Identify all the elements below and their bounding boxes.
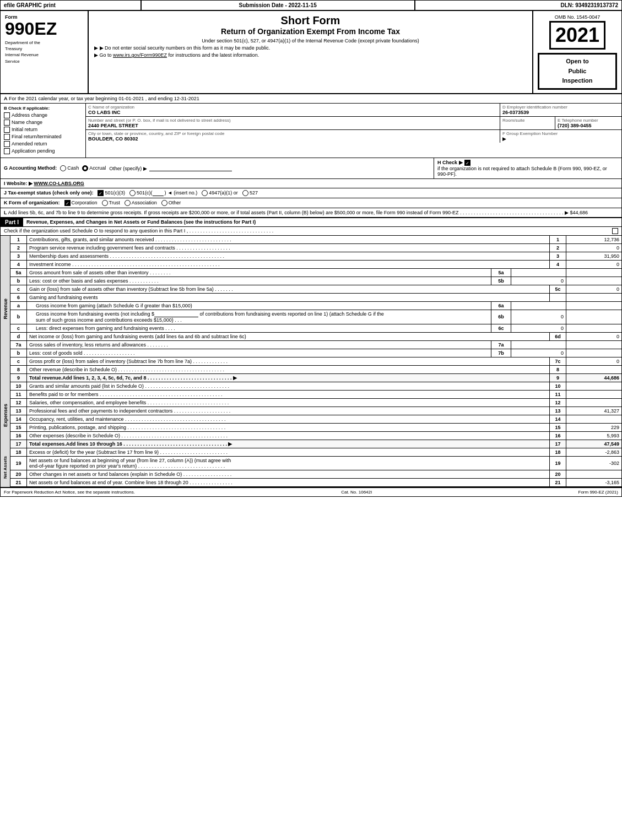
row6a-desc: Gross income from gaming (attach Schedul…	[27, 302, 491, 310]
check-address-change[interactable]: Address change	[4, 112, 82, 118]
row8-linenum: 8	[550, 366, 566, 373]
row1-desc: Contributions, gifts, grants, and simila…	[27, 236, 550, 243]
row1-num: 1	[10, 236, 27, 243]
row7b-box-val: 0	[511, 349, 566, 357]
row20-value	[566, 470, 621, 478]
row20-num: 20	[10, 470, 27, 478]
row17-num: 17	[10, 440, 27, 448]
form-org-row: K Form of organization: ✓ Corporation Tr…	[1, 198, 621, 208]
open-public-box: Open toPublicInspection	[538, 53, 617, 90]
row7b-num: b	[10, 349, 27, 357]
accrual-option[interactable]: Accrual	[82, 165, 106, 171]
row15-num: 15	[10, 424, 27, 431]
row7b-box-label: 7b	[491, 349, 511, 357]
form-number-block: Form 990EZ Department of the Treasury In…	[1, 11, 89, 93]
f-value: ▶	[502, 136, 619, 142]
form-title-block: Short Form Return of Organization Exempt…	[89, 11, 533, 93]
row7a-box-label: 7a	[491, 341, 511, 349]
row5c-desc: Gain or (loss) from sale of assets other…	[27, 285, 550, 293]
row7a-box-val	[511, 341, 566, 349]
row11-num: 11	[10, 391, 27, 398]
short-form-title: Short Form	[94, 14, 527, 27]
row6b-num: b	[10, 310, 27, 324]
row6b-box-label: 6b	[491, 310, 511, 324]
row18-num: 18	[10, 448, 27, 456]
row6d-num: d	[10, 333, 27, 340]
check-applicable-label: B Check if applicable:	[4, 106, 82, 111]
row6a-final	[566, 302, 621, 310]
row5c-num: c	[10, 285, 27, 293]
row7b-final	[566, 349, 621, 357]
return-title: Return of Organization Exempt From Incom…	[94, 27, 527, 36]
row6b-desc: Gross income from fundraising events (no…	[27, 310, 491, 324]
row4-linenum: 4	[550, 261, 566, 268]
row4-value: 0	[566, 261, 621, 268]
d-label: D Employer identification number	[502, 105, 619, 110]
omb-number: OMB No. 1545-0047	[538, 14, 617, 20]
row7c-num: c	[10, 357, 27, 365]
footer-right: Form 990-EZ (2021)	[578, 490, 618, 495]
check-name-change[interactable]: Name change	[4, 120, 82, 126]
org-association[interactable]: Association	[125, 200, 157, 206]
tax-527[interactable]: 527	[242, 190, 258, 196]
row21-value: -3,165	[566, 479, 621, 486]
row5c-linenum: 5c	[550, 285, 566, 293]
city-value: BOULDER, CO 80302	[88, 136, 497, 142]
row10-linenum: 10	[550, 382, 566, 390]
row14-desc: Occupancy, rent, utilities, and maintena…	[27, 415, 550, 423]
check-application-pending[interactable]: Application pending	[4, 148, 82, 154]
row7c-desc: Gross profit or (loss) from sales of inv…	[27, 357, 550, 365]
row11-linenum: 11	[550, 391, 566, 398]
row9-num: 9	[10, 374, 27, 382]
tax-501c[interactable]: 501(c)( ) ◄ (insert no.)	[129, 190, 197, 196]
org-corporation[interactable]: ✓ Corporation	[64, 200, 98, 206]
room-label: Room/suite	[502, 118, 553, 123]
footer: For Paperwork Reduction Act Notice, see …	[1, 487, 621, 496]
city-label: City or town, state or province, country…	[88, 131, 497, 136]
org-trust[interactable]: Trust	[102, 200, 120, 206]
tax-4947[interactable]: 4947(a)(1) or	[202, 190, 238, 196]
row1-linenum: 1	[550, 236, 566, 243]
row19-linenum: 19	[550, 457, 566, 470]
c-label: C Name of organization	[88, 105, 497, 110]
row9-desc: Total revenue. Add lines 1, 2, 3, 4, 5c,…	[27, 374, 550, 382]
row12-desc: Salaries, other compensation, and employ…	[27, 399, 550, 407]
row4-desc: Investment income . . . . . . . . . . . …	[27, 261, 550, 268]
row5a-box-label: 5a	[491, 269, 511, 277]
row20-linenum: 20	[550, 470, 566, 478]
check-initial-return[interactable]: Initial return	[4, 127, 82, 133]
form-number: 990EZ	[5, 20, 83, 37]
row11-desc: Benefits paid to or for members . . . . …	[27, 391, 550, 398]
ein-value: 26-0373539	[502, 110, 619, 115]
row2-num: 2	[10, 244, 27, 252]
tax-501c3[interactable]: ✓ 501(c)(3)	[98, 190, 125, 196]
row18-value: -2,863	[566, 448, 621, 456]
footer-mid: Cat. No. 10642I	[341, 490, 372, 495]
row14-linenum: 14	[550, 415, 566, 423]
website-row: I Website: ▶ WWW.CO-LABS.ORG	[1, 179, 621, 188]
row11-value	[566, 391, 621, 398]
row10-value	[566, 382, 621, 390]
check-amended-return[interactable]: Amended return	[4, 141, 82, 147]
org-other[interactable]: Other	[161, 200, 181, 206]
other-option: Other (specify) ▶	[109, 165, 232, 171]
row18-desc: Excess or (deficit) for the year (Subtra…	[27, 448, 550, 456]
top-bar-right: DLN: 93492319137372	[415, 1, 621, 10]
footer-left: For Paperwork Reduction Act Notice, see …	[4, 490, 135, 495]
org-name: CO LABS INC	[88, 110, 497, 115]
row5a-box-val	[511, 269, 566, 277]
check-final-return[interactable]: Final return/terminated	[4, 134, 82, 140]
row9-value: 44,686	[566, 374, 621, 382]
row6-desc: Gaming and fundraising events	[27, 294, 550, 301]
row7c-linenum: 7c	[550, 357, 566, 365]
row18-linenum: 18	[550, 448, 566, 456]
row17-desc: Total expenses. Add lines 10 through 16 …	[27, 440, 550, 448]
row16-desc: Other expenses (describe in Schedule O) …	[27, 432, 550, 440]
cash-option[interactable]: Cash	[60, 165, 79, 171]
top-bar-left: efile GRAPHIC print	[1, 1, 142, 10]
tax-status-row: J Tax-exempt status (check only one): ✓ …	[1, 188, 621, 198]
expenses-section-label: Expenses	[1, 382, 10, 448]
row21-num: 21	[10, 479, 27, 486]
row5a-num: 5a	[10, 269, 27, 277]
row15-value: 229	[566, 424, 621, 431]
